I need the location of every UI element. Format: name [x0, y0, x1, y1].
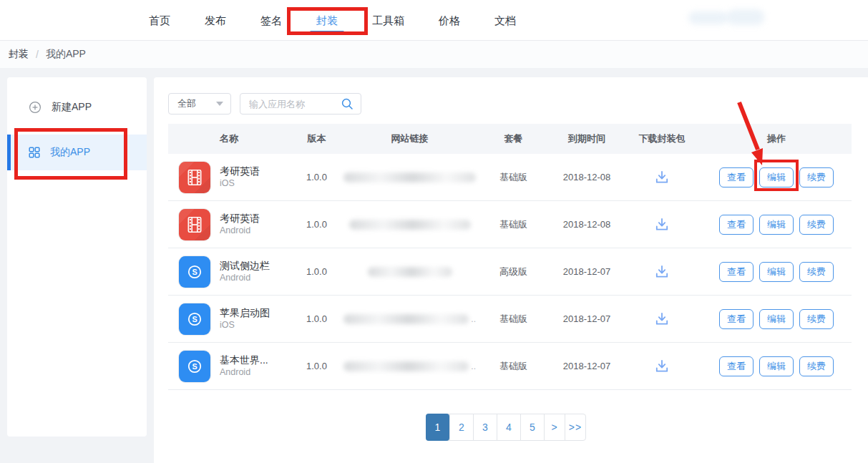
app-expiry: 2018-12-08	[551, 219, 623, 230]
view-button[interactable]: 查看	[719, 215, 754, 235]
nav-item-home[interactable]: 首页	[149, 13, 170, 28]
nav-item-toolbox[interactable]: 工具箱	[372, 13, 404, 28]
app-plan: 高级版	[476, 265, 551, 278]
s-logo-app-icon: S	[179, 303, 210, 335]
breadcrumb-separator: /	[36, 49, 39, 60]
download-package-icon[interactable]	[654, 264, 670, 280]
film-app-icon	[179, 209, 210, 240]
app-expiry: 2018-12-07	[551, 361, 623, 371]
app-version: 1.0.0	[290, 266, 343, 277]
app-plan: 基础版	[476, 218, 551, 231]
renew-button[interactable]: 续费	[799, 215, 834, 235]
renew-button[interactable]: 续费	[799, 356, 834, 376]
breadcrumb: 封装 / 我的APP	[0, 41, 868, 68]
sidebar-item-label: 新建APP	[52, 101, 92, 114]
page-button-5[interactable]: 5	[520, 414, 544, 440]
app-plan: 基础版	[476, 360, 551, 373]
page-button-1[interactable]: 1	[426, 414, 449, 441]
edit-button[interactable]: 编辑	[759, 167, 794, 187]
blurred-website-link	[368, 267, 452, 277]
table-row: S 测试侧边栏 Android 1.0.0 高级版 2018-12-07 查看 …	[168, 248, 852, 296]
sidebar-item-my-app[interactable]: 我的APP	[7, 135, 147, 170]
edit-button[interactable]: 编辑	[759, 309, 794, 329]
view-button[interactable]: 查看	[719, 356, 754, 376]
main-panel: 全部 名称 版本 网站链接 套餐 到期时间 下载封装包 操作	[154, 77, 868, 463]
s-logo-app-icon: S	[179, 351, 210, 382]
search-input[interactable]	[249, 99, 341, 109]
svg-text:S: S	[192, 314, 197, 323]
search-box	[240, 93, 361, 114]
nav-item-publish[interactable]: 发布	[205, 13, 226, 28]
app-expiry: 2018-12-07	[551, 266, 623, 277]
apps-table: 名称 版本 网站链接 套餐 到期时间 下载封装包 操作	[168, 124, 852, 390]
app-platform: Android	[220, 225, 260, 237]
svg-text:S: S	[192, 361, 197, 370]
edit-button[interactable]: 编辑	[759, 262, 794, 282]
view-button[interactable]: 查看	[719, 309, 754, 329]
nav-item-price[interactable]: 价格	[439, 13, 460, 28]
top-header: 首页 发布 签名 封装 工具箱 价格 文档	[0, 0, 868, 41]
table-row: S 苹果启动图 iOS 1.0.0 .. 基础版 2018-12-07 查看 编…	[168, 296, 852, 343]
nav-item-package[interactable]: 封装	[316, 13, 338, 28]
table-header-row: 名称 版本 网站链接 套餐 到期时间 下载封装包 操作	[168, 124, 852, 154]
table-row: 考研英语 Android 1.0.0 基础版 2018-12-08 查看 编辑 …	[168, 201, 852, 248]
renew-button[interactable]: 续费	[799, 309, 834, 329]
download-package-icon[interactable]	[654, 311, 670, 327]
blurred-user-info	[727, 9, 764, 25]
app-name: 考研英语	[220, 165, 260, 177]
category-select-value: 全部	[177, 97, 196, 110]
page-button-2[interactable]: 2	[449, 414, 473, 440]
app-expiry: 2018-12-08	[551, 172, 623, 182]
app-platform: Android	[220, 272, 270, 284]
renew-button[interactable]: 续费	[799, 262, 834, 282]
download-package-icon[interactable]	[654, 359, 670, 374]
category-select[interactable]: 全部	[168, 93, 231, 114]
edit-button[interactable]: 编辑	[759, 215, 794, 235]
nav-item-sign[interactable]: 签名	[260, 13, 282, 28]
app-name: 考研英语	[220, 212, 260, 225]
col-header-url: 网站链接	[343, 132, 476, 145]
page-button-4[interactable]: 4	[497, 414, 520, 440]
renew-button[interactable]: 续费	[799, 167, 834, 187]
next-page-button[interactable]: >	[544, 414, 565, 440]
download-package-icon[interactable]	[654, 170, 670, 185]
blurred-website-link	[343, 172, 476, 182]
app-version: 1.0.0	[290, 172, 343, 182]
view-button[interactable]: 查看	[719, 262, 754, 282]
view-button[interactable]: 查看	[719, 167, 754, 187]
table-row: 考研英语 iOS 1.0.0 基础版 2018-12-08 查看 编辑	[168, 154, 852, 201]
app-plan: 基础版	[476, 171, 551, 184]
breadcrumb-current: 我的APP	[46, 48, 86, 61]
last-page-button[interactable]: >>	[565, 414, 585, 440]
app-plan: 基础版	[476, 313, 551, 326]
edit-button[interactable]: 编辑	[759, 356, 794, 376]
blurred-website-link	[349, 220, 471, 230]
blurred-website-link	[343, 361, 469, 371]
url-ellipsis: ..	[471, 314, 476, 324]
sidebar-item-label: 我的APP	[50, 146, 90, 159]
blurred-website-link	[343, 314, 469, 324]
pagination: 1 2 3 4 5 > >>	[426, 414, 586, 441]
table-row: S 基本世界... Android 1.0.0 .. 基础版 2018-12-0…	[168, 343, 852, 390]
active-tab-underline	[310, 31, 344, 33]
svg-text:S: S	[192, 267, 197, 276]
caret-down-icon	[216, 102, 223, 106]
col-header-actions: 操作	[701, 132, 852, 145]
col-header-plan: 套餐	[476, 132, 551, 145]
nav-item-package-label: 封装	[316, 14, 338, 26]
app-name: 基本世界...	[220, 354, 268, 366]
page-button-3[interactable]: 3	[473, 414, 497, 440]
app-name: 苹果启动图	[220, 306, 270, 319]
blurred-user-info	[688, 11, 728, 24]
app-version: 1.0.0	[290, 361, 343, 371]
nav-item-docs[interactable]: 文档	[494, 13, 516, 28]
app-platform: iOS	[220, 177, 260, 190]
download-package-icon[interactable]	[654, 217, 670, 233]
app-version: 1.0.0	[290, 219, 343, 230]
breadcrumb-section[interactable]: 封装	[9, 48, 29, 61]
film-app-icon	[179, 162, 210, 193]
grid-icon	[29, 147, 40, 158]
search-icon[interactable]	[341, 97, 353, 110]
plus-circle-icon	[29, 101, 42, 114]
sidebar-item-new-app[interactable]: 新建APP	[7, 93, 147, 122]
